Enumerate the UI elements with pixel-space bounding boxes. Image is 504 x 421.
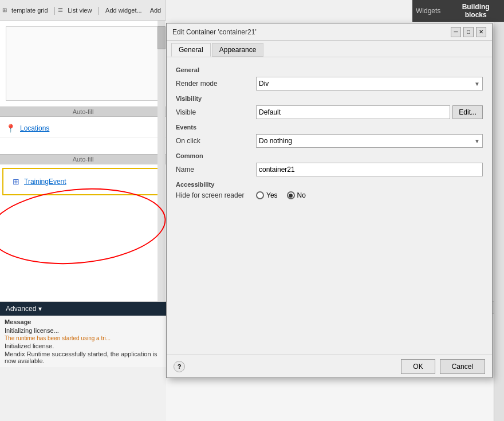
message-line-2: The runtime has been started using a tri… (5, 335, 162, 342)
render-mode-select[interactable]: Div ▼ (256, 77, 483, 91)
on-click-arrow: ▼ (474, 138, 480, 144)
edit-container-dialog: Edit Container 'container21' ─ □ ✕ Gener… (166, 23, 493, 378)
hide-screen-reader-label: Hide for screen reader (176, 191, 256, 199)
visible-value: Default (259, 108, 281, 116)
visible-label: Visible (176, 108, 256, 116)
form-row-name: Name (176, 163, 483, 176)
right-panel (494, 0, 504, 421)
section-general: General (176, 66, 483, 73)
widgets-btn[interactable]: Widgets (412, 5, 444, 17)
render-mode-value: Div (259, 80, 269, 88)
tab-general[interactable]: General (171, 43, 211, 57)
on-click-label: On click (176, 137, 256, 145)
radio-group-accessibility: Yes No (256, 191, 306, 199)
toolbar: ⊞ template grid | ☰ List view | Add widg… (0, 0, 166, 21)
left-panel: ⊞ template grid | ☰ List view | Add widg… (0, 0, 166, 421)
toolbar-template-grid-btn[interactable]: template grid (8, 5, 52, 15)
ok-btn[interactable]: OK (401, 359, 435, 374)
radio-no-label: No (297, 191, 306, 199)
help-btn[interactable]: ? (174, 361, 185, 372)
render-mode-label: Render mode (176, 80, 256, 88)
bottom-panel: Advanced ▾ Message Initializing license.… (0, 301, 166, 421)
dialog-title: Edit Container 'container21' (172, 28, 257, 36)
form-row-accessibility: Hide for screen reader Yes No (176, 191, 483, 199)
toolbar-sep1: | (53, 6, 57, 15)
visible-select[interactable]: Default (256, 105, 450, 119)
advanced-bar[interactable]: Advanced ▾ (0, 302, 166, 316)
autofill-bar-1: Auto-fill (0, 107, 166, 117)
canvas-area: Auto-fill 📍 Locations Auto-fill ⊞ Traini… (0, 21, 166, 301)
advanced-label: Advanced ▾ (6, 305, 42, 313)
toolbar-template-grid: ⊞ (2, 7, 7, 13)
section-events: Events (176, 124, 483, 131)
training-event-link[interactable]: TrainingEvent (24, 178, 66, 186)
form-row-on-click: On click Do nothing ▼ (176, 134, 483, 148)
toolbar-add-widget-btn[interactable]: Add widget... (102, 5, 145, 15)
on-click-value: Do nothing (259, 137, 292, 145)
location-pin-icon: 📍 (6, 124, 15, 133)
message-line-1: Initializing license... (5, 326, 162, 335)
scrollbar-thumb[interactable] (158, 26, 166, 49)
dialog-close-btn[interactable]: ✕ (476, 27, 486, 37)
form-row-visible: Visible Default Edit... (176, 105, 483, 119)
toolbar-sep2: | (96, 6, 101, 15)
toolbar-list-view-btn[interactable]: List view (64, 5, 95, 15)
radio-yes-item[interactable]: Yes (256, 191, 278, 199)
toolbar-add-btn[interactable]: Add (147, 5, 165, 15)
cancel-btn[interactable]: Cancel (440, 359, 485, 374)
tab-appearance[interactable]: Appearance (212, 43, 264, 57)
form-row-render-mode: Render mode Div ▼ (176, 77, 483, 91)
dialog-controls: ─ □ ✕ (451, 27, 486, 37)
name-label: Name (176, 166, 256, 174)
visible-edit-btn[interactable]: Edit... (452, 105, 483, 119)
training-grid-icon: ⊞ (13, 177, 19, 186)
locations-link[interactable]: Locations (20, 124, 49, 132)
dialog-footer: ? OK Cancel (167, 355, 492, 377)
visible-control-group: Default Edit... (256, 105, 483, 119)
radio-no-item[interactable]: No (287, 191, 306, 199)
message-line-3: Initialized license. (5, 342, 162, 350)
dialog-minimize-btn[interactable]: ─ (451, 27, 461, 37)
on-click-select[interactable]: Do nothing ▼ (256, 134, 483, 148)
training-container[interactable]: ⊞ TrainingEvent (2, 168, 164, 195)
section-visibility: Visibility (176, 95, 483, 102)
training-row: ⊞ TrainingEvent (7, 172, 159, 191)
canvas-scrollbar[interactable] (158, 21, 166, 301)
dialog-titlebar: Edit Container 'container21' ─ □ ✕ (167, 23, 492, 41)
section-accessibility: Accessibility (176, 181, 483, 188)
message-panel: Message Initializing license... The runt… (0, 316, 166, 367)
dialog-tabs: General Appearance (167, 41, 492, 57)
dialog-content: General Render mode Div ▼ Visibility Vis… (167, 57, 492, 210)
message-header: Message (5, 318, 162, 325)
top-bar: Widgets Building blocks (412, 0, 504, 22)
message-line-4: Mendix Runtime successfully started, the… (5, 350, 162, 365)
location-row: 📍 Locations (0, 119, 166, 138)
render-mode-arrow: ▼ (474, 81, 480, 87)
radio-yes-label: Yes (266, 191, 278, 199)
radio-yes-btn[interactable] (256, 191, 264, 199)
dialog-maximize-btn[interactable]: □ (463, 27, 474, 37)
name-input[interactable] (256, 163, 483, 176)
toolbar-list-icon: ☰ (58, 7, 63, 13)
building-blocks-btn[interactable]: Building blocks (453, 1, 498, 21)
section-common: Common (176, 152, 483, 159)
autofill-bar-2: Auto-fill (0, 154, 166, 164)
radio-no-btn[interactable] (287, 191, 295, 199)
